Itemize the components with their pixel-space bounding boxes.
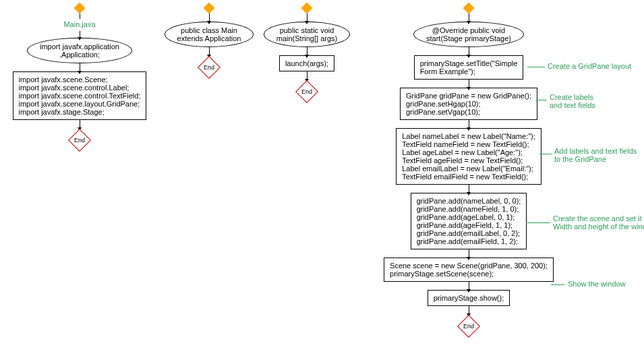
settitle-box: primaryStage.setTitle("Simple Form Examp… bbox=[414, 55, 524, 80]
start-method-ellipse: @Override public void start(Stage primar… bbox=[413, 22, 524, 47]
main-ellipse: public static void main(String[] args) bbox=[264, 22, 350, 47]
annotation-add: Add labels and text fields to the GridPa… bbox=[554, 147, 637, 163]
end-diamond: End bbox=[68, 129, 91, 152]
class-ellipse: public class Main extends Application bbox=[165, 22, 254, 47]
annotation-line bbox=[527, 67, 545, 68]
end-diamond: End bbox=[295, 80, 318, 103]
annotation-show: Show the window bbox=[568, 280, 626, 288]
annotation-line bbox=[526, 222, 550, 224]
annotation-line bbox=[551, 284, 564, 286]
annotation-line bbox=[536, 100, 547, 101]
annotation-line bbox=[539, 154, 552, 155]
end-diamond: End bbox=[198, 56, 221, 79]
end-diamond: End bbox=[457, 315, 480, 338]
start-diamond bbox=[74, 3, 86, 14]
flow-column-2: public class Main extends Application En… bbox=[162, 4, 256, 76]
scene-box: Scene scene = new Scene(gridPane, 300, 2… bbox=[384, 258, 554, 282]
annotation-labels: Create labels and text fields bbox=[550, 93, 595, 109]
add-box: gridPane.add(nameLabel, 0, 0); gridPane.… bbox=[411, 193, 527, 249]
annotation-gridpane: Create a GridPane layout bbox=[548, 62, 631, 70]
labels-box: Label nameLabel = new Label("Name:"); Te… bbox=[396, 128, 541, 185]
flow-column-1: Main.java import javafx.application .App… bbox=[12, 4, 147, 148]
start-diamond bbox=[301, 3, 313, 14]
gridpane-box: GridPane gridPane = new GridPane(); grid… bbox=[400, 88, 537, 120]
start-diamond bbox=[204, 3, 215, 14]
imports-box: import javafx.scene.Scene; import javafx… bbox=[13, 71, 147, 120]
annotation-scene: Create the scene and set it in the stage… bbox=[553, 214, 644, 231]
flow-column-4: @Override public void start(Stage primar… bbox=[381, 4, 556, 334]
file-label: Main.java bbox=[63, 20, 95, 28]
flow-column-3: public static void main(String[] args) l… bbox=[263, 4, 351, 100]
import-ellipse: import javafx.application .Application; bbox=[27, 38, 132, 63]
start-diamond bbox=[463, 3, 475, 14]
